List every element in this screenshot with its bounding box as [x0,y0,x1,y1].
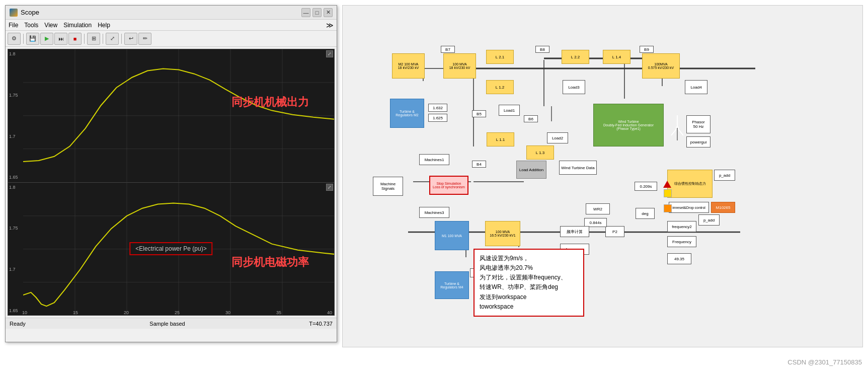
block-l12[interactable]: L 1.2 [486,80,514,94]
y-axis-2: 1.8 1.75 1.7 1.65 [9,183,18,316]
csdn-watermark: CSDN @2301_77150835 [787,358,862,366]
block-p-add-2: p_add [698,214,720,226]
block-wind-data[interactable]: Wind Turbine Data [559,161,597,175]
block-freq-calc: 频率计算 [560,226,589,237]
scope-status-bar: Ready Sample based T=40.737 [6,318,337,329]
block-b8: B8 [535,46,549,53]
block-l21[interactable]: L 2.1 [486,50,514,64]
minimize-button[interactable]: — [301,8,310,17]
svg-line-35 [671,128,677,135]
scope-plots-area: ⤢ 1.8 1.75 1.7 1.65 [8,49,335,316]
block-load3[interactable]: Load3 [563,80,585,94]
block-l13[interactable]: L 1.3 [526,145,554,160]
matlab-icon [10,9,18,17]
block-m2[interactable]: M2 100 MVA18 kV/230 kV [392,53,425,79]
block-turbine-m4[interactable]: Turbine &Regulators M4 [435,271,469,299]
block-100mva-1[interactable]: 100 MVA18 kV/230 kV [443,53,476,79]
block-1625: 1.625 [428,114,447,122]
y-label-1-2: 1.7 [9,134,18,139]
block-wr2: WR2 [586,203,610,214]
indicator-orange [664,204,672,212]
y-label-2-4: 1.8 [9,185,18,190]
block-wind-dfig[interactable]: Wind TurbineDoubly-Fed Induction Generat… [593,104,664,146]
menu-tools[interactable]: Tools [24,22,38,29]
block-m10265: M10265 [711,202,735,213]
block-m1-100mva[interactable]: M1 100 MVA [435,221,469,250]
sep3 [103,34,103,44]
block-p2: P2 [605,226,624,237]
svg-line-36 [677,128,683,135]
menu-file[interactable]: File [9,22,18,29]
maximize-button[interactable]: □ [312,8,322,17]
block-load-addition[interactable]: Load Addition [516,161,546,179]
block-b7: B7 [441,46,455,53]
x-label-3: 25 [175,310,180,315]
settings-btn[interactable]: ⚙ [8,33,21,45]
menu-view[interactable]: View [44,22,57,29]
wind-turbine-icon [667,111,687,141]
block-phasor: Phasor50 Hz [686,115,711,133]
x-label-0: 10 [22,310,27,315]
x-axis: 10 15 20 25 30 35 40 [22,310,332,315]
scope-toolbar: ⚙ 💾 ▶ ⏭ ■ ⊞ ⤢ ↩ ✏ [6,31,337,47]
block-imreset-drop[interactable]: imreset&Drop control [669,202,709,213]
y-label-1-3: 1.75 [9,93,18,98]
block-machine-signals[interactable]: MachineSignals [373,177,403,196]
annotation-line-1: 风速设置为9m/s， [480,254,578,263]
indicator-red-triangle [663,181,671,188]
block-l14[interactable]: L 1.4 [603,50,630,64]
sep4 [121,34,122,44]
block-1632: 1.632 [428,104,447,112]
block-frequency2: frequency2 [667,221,696,232]
play-btn[interactable]: ▶ [40,33,53,45]
params-btn[interactable]: ✏ [138,33,151,45]
annotation-box: 风速设置为9m/s， 风电渗透率为20.7% 为了对比，设置频率frequenc… [474,249,584,317]
block-powergui: powergui [686,136,711,147]
overflow-icon[interactable]: ≫ [326,21,334,29]
sep1 [23,34,24,44]
x-label-4: 30 [225,310,230,315]
menu-simulation[interactable]: Simulation [63,22,92,29]
zoom-fit-btn[interactable]: ⤢ [106,33,119,45]
block-load4[interactable]: Load4 [685,80,707,94]
block-val-0209: 0.209s [635,182,657,191]
block-100mva-2[interactable]: 100MVA0.575 kV/230 kV [642,53,680,79]
plot-label-2: 同步机电磁功率 [231,255,309,270]
block-load1[interactable]: Load1 [499,105,520,116]
block-b6: B6 [524,115,538,122]
close-button[interactable]: ✕ [324,8,333,17]
annotation-line-5: 发送到workspace [480,292,578,302]
block-turbine-m2[interactable]: Turbine &Regulators M2 [390,99,424,128]
status-ready: Ready [10,321,26,327]
scope-window: Scope — □ ✕ File Tools View Simulation H… [5,5,337,342]
block-l22[interactable]: L 2.2 [562,50,589,64]
block-100mva-3[interactable]: 100 MVA16.5 kV/230 kV1 [485,221,520,246]
block-combined-inertia[interactable]: 综合惯性控制动态力 [667,170,713,198]
stop-btn[interactable]: ■ [68,33,82,45]
restore-btn[interactable]: ↩ [124,33,137,45]
layout-btn[interactable]: ⊞ [87,33,100,45]
scope-title-left: Scope [10,9,39,17]
y-label-2-3: 1.75 [9,226,18,231]
y-label-2-1: 1.65 [9,308,18,313]
step-btn[interactable]: ⏭ [54,33,67,45]
block-frequency: Frequency [667,236,696,247]
block-machines1[interactable]: Machines1 [419,154,449,165]
y-label-2-2: 1.7 [9,267,18,272]
scope-title-text: Scope [21,9,39,16]
status-mode: Sample based [149,321,185,327]
y-label-1-4: 1.8 [9,51,18,56]
block-machines3[interactable]: Machines3 [419,207,449,218]
scope-title-controls[interactable]: — □ ✕ [301,8,333,17]
plot-panel-1: ⤢ 1.8 1.75 1.7 1.65 [8,49,335,183]
block-b5: B5 [472,110,486,117]
block-stop-simulation[interactable]: Stop SimulationLoss of synchronism [429,176,468,195]
block-b4: B4 [472,161,486,168]
block-l11[interactable]: L 1.1 [487,132,514,146]
annotation-line-3: 为了对比，设置频率frequency、 [480,273,578,282]
save-btn[interactable]: 💾 [26,33,39,45]
block-b9: B9 [640,46,654,53]
block-load2[interactable]: Load2 [547,132,568,143]
scope-menubar: File Tools View Simulation Help ≫ [6,20,337,31]
menu-help[interactable]: Help [98,22,110,29]
